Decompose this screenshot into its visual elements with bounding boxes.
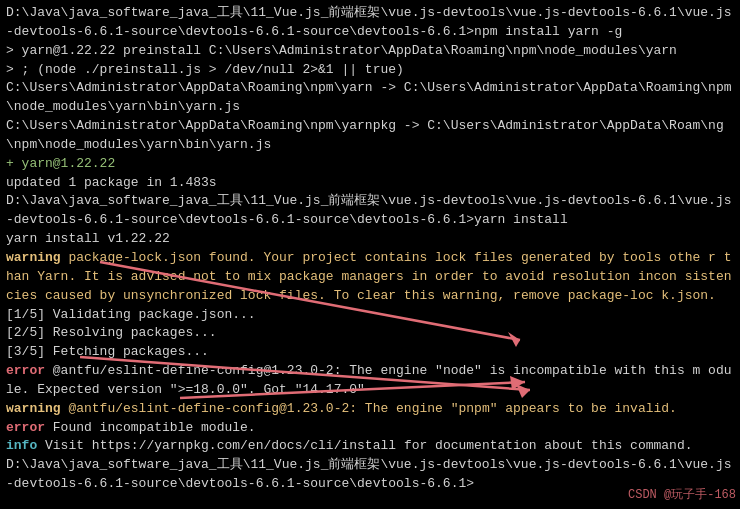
terminal-line: [2/5] Resolving packages...	[6, 324, 734, 343]
terminal-line: > yarn@1.22.22 preinstall C:\Users\Admin…	[6, 42, 734, 61]
terminal-line: info Visit https://yarnpkg.com/en/docs/c…	[6, 437, 734, 456]
terminal-line: D:\Java\java_software_java_工具\11_Vue.js_…	[6, 456, 734, 494]
terminal-line: D:\Java\java_software_java_工具\11_Vue.js_…	[6, 4, 734, 42]
terminal-line: + yarn@1.22.22	[6, 155, 734, 174]
terminal-line: C:\Users\Administrator\AppData\Roaming\n…	[6, 117, 734, 155]
terminal-line: warning @antfu/eslint-define-config@1.23…	[6, 400, 734, 419]
terminal-line: error Found incompatible module.	[6, 419, 734, 438]
terminal-line: error @antfu/eslint-define-config@1.23.0…	[6, 362, 734, 400]
terminal-line: [3/5] Fetching packages...	[6, 343, 734, 362]
terminal-window: D:\Java\java_software_java_工具\11_Vue.js_…	[0, 0, 740, 509]
terminal-line: updated 1 package in 1.483s	[6, 174, 734, 193]
terminal-line: yarn install v1.22.22	[6, 230, 734, 249]
terminal-line: [1/5] Validating package.json...	[6, 306, 734, 325]
terminal-line: warning package-lock.json found. Your pr…	[6, 249, 734, 306]
watermark: CSDN @玩子手-168	[628, 486, 736, 503]
terminal-line: C:\Users\Administrator\AppData\Roaming\n…	[6, 79, 734, 117]
terminal-line: D:\Java\java_software_java_工具\11_Vue.js_…	[6, 192, 734, 230]
terminal-line: > ; (node ./preinstall.js > /dev/null 2>…	[6, 61, 734, 80]
terminal-content: D:\Java\java_software_java_工具\11_Vue.js_…	[6, 4, 734, 494]
